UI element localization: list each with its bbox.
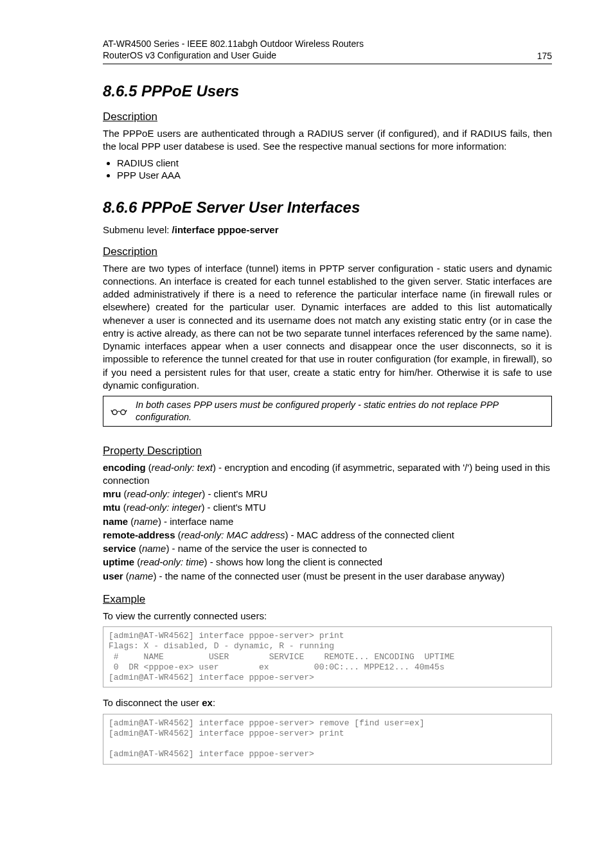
bullet-ppp-user-aaa: PPP User AAA bbox=[117, 170, 552, 181]
header-page-number: 175 bbox=[537, 51, 552, 61]
prop-desc: - shows how long the client is connected bbox=[208, 556, 383, 567]
svg-point-1 bbox=[121, 410, 125, 414]
svg-point-0 bbox=[112, 410, 117, 414]
prop-service: service (name) - name of the service the… bbox=[103, 542, 552, 555]
section-865-heading: 8.6.5 PPPoE Users bbox=[103, 82, 552, 100]
section-865-desc-text: The PPPoE users are authenticated throug… bbox=[103, 127, 552, 154]
property-description-heading: Property Description bbox=[103, 445, 552, 457]
section-866-desc-text: There are two types of interface (tunnel… bbox=[103, 262, 552, 393]
prop-mtu: mtu (read-only: integer) - client's MTU bbox=[103, 501, 552, 514]
section-866-heading: 8.6.6 PPPoE Server User Interfaces bbox=[103, 199, 552, 217]
prop-name: user bbox=[103, 571, 123, 581]
property-list: encoding (read-only: text) - encryption … bbox=[103, 461, 552, 583]
prop-remote-address: remote-address (read-only: MAC address) … bbox=[103, 529, 552, 542]
submenu-level: Submenu level: /interface pppoe-server bbox=[103, 224, 552, 235]
submenu-prefix: Submenu level: bbox=[103, 224, 172, 235]
prop-desc: - MAC address of the connected client bbox=[288, 529, 454, 540]
prop-type: read-only: integer bbox=[127, 488, 202, 499]
example-2-pre: To disconnect the user bbox=[103, 697, 202, 708]
prop-type: name bbox=[142, 543, 166, 554]
prop-desc: - interface name bbox=[161, 516, 234, 527]
code-block-2: [admin@AT-WR4562] interface pppoe-server… bbox=[103, 714, 552, 765]
prop-name: mtu bbox=[103, 502, 121, 513]
prop-desc: - name of the service the user is connec… bbox=[169, 543, 367, 554]
page-root: AT-WR4500 Series - IEEE 802.11abgh Outdo… bbox=[0, 0, 613, 812]
prop-uptime: uptime (read-only: time) - shows how lon… bbox=[103, 556, 552, 569]
submenu-path: /interface pppoe-server bbox=[172, 224, 279, 235]
prop-type: read-only: integer bbox=[127, 502, 202, 513]
section-866-desc-heading: Description bbox=[103, 245, 552, 258]
example-heading: Example bbox=[103, 593, 552, 606]
section-865-desc-heading: Description bbox=[103, 111, 552, 123]
prop-name: mru bbox=[103, 488, 121, 499]
prop-type: name bbox=[129, 571, 154, 581]
prop-type: name bbox=[134, 516, 158, 527]
prop-type: read-only: MAC address bbox=[181, 529, 285, 540]
bullet-radius-client: RADIUS client bbox=[117, 157, 552, 168]
prop-type: read-only: text bbox=[152, 462, 213, 473]
header-line-1: AT-WR4500 Series - IEEE 802.11abgh Outdo… bbox=[103, 39, 364, 50]
page-header: AT-WR4500 Series - IEEE 802.11abgh Outdo… bbox=[103, 39, 552, 64]
prop-encoding: encoding (read-only: text) - encryption … bbox=[103, 461, 552, 488]
prop-desc: - client's MTU bbox=[204, 502, 265, 513]
header-title-block: AT-WR4500 Series - IEEE 802.11abgh Outdo… bbox=[103, 39, 364, 61]
prop-name: service bbox=[103, 543, 136, 554]
prop-name-row: name (name) - interface name bbox=[103, 515, 552, 528]
prop-desc: - client's MRU bbox=[205, 488, 267, 499]
prop-type: read-only: time bbox=[140, 556, 204, 567]
example-intro-1: To view the currently connected users: bbox=[103, 610, 552, 623]
prop-name: remote-address bbox=[103, 529, 175, 540]
prop-desc: - the name of the connected user (must b… bbox=[156, 571, 504, 581]
note-box: In both cases PPP users must be configur… bbox=[103, 396, 552, 427]
example-intro-2: To disconnect the user ex: bbox=[103, 696, 552, 709]
code-block-1: [admin@AT-WR4562] interface pppoe-server… bbox=[103, 626, 552, 687]
example-2-post: : bbox=[213, 697, 215, 708]
example-2-user: ex bbox=[202, 697, 213, 708]
note-text: In both cases PPP users must be configur… bbox=[136, 399, 546, 423]
glasses-icon bbox=[109, 404, 129, 418]
prop-name: uptime bbox=[103, 556, 134, 567]
prop-name: encoding bbox=[103, 462, 146, 473]
section-865-bullets: RADIUS client PPP User AAA bbox=[103, 157, 552, 181]
prop-user: user (name) - the name of the connected … bbox=[103, 570, 552, 583]
prop-name: name bbox=[103, 516, 128, 527]
prop-mru: mru (read-only: integer) - client's MRU bbox=[103, 488, 552, 500]
header-line-2: RouterOS v3 Configuration and User Guide bbox=[103, 50, 364, 62]
